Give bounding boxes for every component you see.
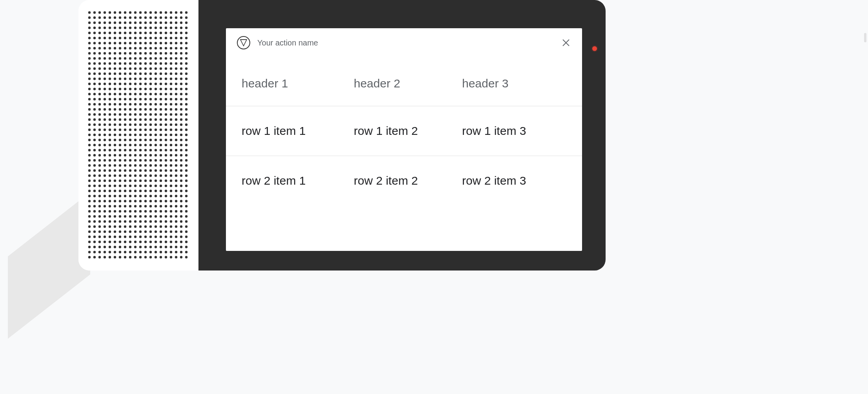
page-scrollbar[interactable]: [864, 33, 866, 42]
table-cell: row 2 item 3: [458, 174, 566, 187]
table-cell: row 1 item 2: [346, 124, 458, 138]
table-header-cell: header 2: [346, 77, 458, 90]
table-cell: row 1 item 3: [458, 124, 566, 138]
speaker-panel: [78, 0, 198, 271]
table-header-row: header 1 header 2 header 3: [226, 57, 582, 106]
recording-indicator-icon: [592, 46, 597, 51]
device-screen: Your action name header 1 header 2 heade…: [198, 0, 606, 271]
device-base-shadow: [8, 192, 90, 339]
table-cell: row 2 item 1: [242, 174, 346, 187]
table-row: row 1 item 1 row 1 item 2 row 1 item 3: [226, 106, 582, 156]
table-header-cell: header 3: [458, 77, 566, 90]
close-button[interactable]: [561, 38, 571, 48]
card-header: Your action name: [226, 28, 582, 57]
action-card: Your action name header 1 header 2 heade…: [226, 28, 582, 251]
svg-rect-1: [88, 11, 189, 260]
speaker-grille-icon: [88, 11, 189, 260]
table: header 1 header 2 header 3 row 1 item 1 …: [226, 57, 582, 205]
action-logo-icon: [237, 36, 250, 49]
device-frame: Your action name header 1 header 2 heade…: [78, 0, 606, 271]
table-cell: row 1 item 1: [242, 124, 346, 138]
table-header-cell: header 1: [242, 77, 346, 90]
table-cell: row 2 item 2: [346, 174, 458, 187]
table-row: row 2 item 1 row 2 item 2 row 2 item 3: [226, 156, 582, 205]
action-name-label: Your action name: [257, 38, 318, 47]
